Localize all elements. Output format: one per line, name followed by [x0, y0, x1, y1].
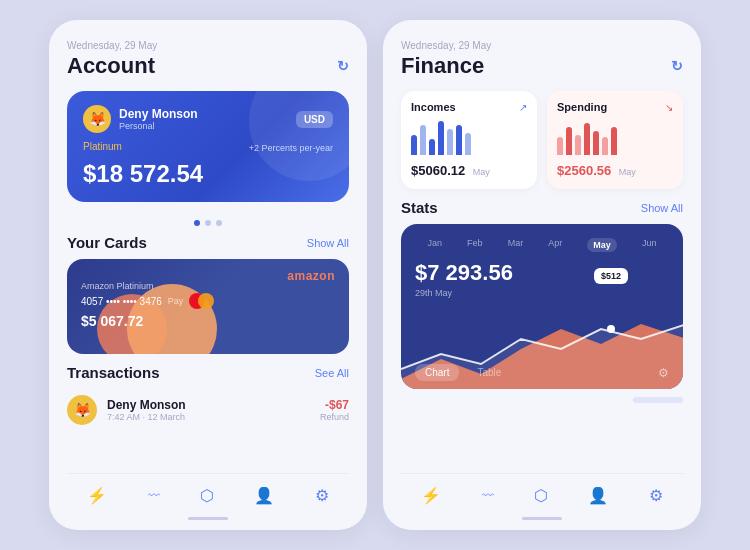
spend-bar-7	[611, 127, 617, 155]
dot-2	[205, 220, 211, 226]
spending-amount-row: $2560.56 May	[557, 161, 673, 179]
account-title: Account	[67, 53, 155, 79]
spend-bar-3	[575, 135, 581, 155]
nav-activity-icon[interactable]: 〰	[142, 487, 166, 505]
fnav-activity-icon[interactable]: 〰	[476, 487, 500, 505]
income-bar-6	[456, 125, 462, 155]
fnav-cube-icon[interactable]: ⬡	[528, 484, 554, 507]
cc-left: Amazon Platinium 4057 •••• •••• 3476 Pay…	[81, 269, 214, 329]
tx-info: Deny Monson 7:42 AM · 12 March	[107, 398, 310, 422]
card-user-left: 🦊 Deny Monson Personal	[83, 105, 198, 133]
card-user-type: Personal	[119, 121, 198, 131]
spend-bar-4	[584, 123, 590, 155]
card-balance: $18 572.54	[83, 160, 333, 188]
finance-cards-row: Incomes ↗ $5060.12 May	[401, 91, 683, 189]
incomes-title: Incomes	[411, 101, 456, 113]
income-bar-2	[420, 125, 426, 155]
mc-orange	[198, 293, 214, 309]
card-pagination-dots	[67, 220, 349, 226]
cc-number-row: 4057 •••• •••• 3476 Pay	[81, 293, 214, 309]
nav-lightning-icon[interactable]: ⚡	[81, 484, 113, 507]
svg-point-0	[607, 325, 615, 333]
incomes-header: Incomes ↗	[411, 101, 527, 113]
card-user-row: 🦊 Deny Monson Personal USD	[83, 105, 333, 133]
dot-1	[194, 220, 200, 226]
tx-amount: -$67	[320, 398, 349, 412]
stats-title: Stats	[401, 199, 438, 216]
spending-amount: $2560.56	[557, 163, 611, 178]
avatar: 🦊	[83, 105, 111, 133]
currency-badge: USD	[296, 111, 333, 128]
finance-title-row: Finance ↻	[401, 53, 683, 79]
account-date: Wednesday, 29 May	[67, 40, 349, 51]
spend-bar-5	[593, 131, 599, 155]
income-bar-3	[429, 139, 435, 155]
card-tier-row: Platinum +2 Percents per-year	[83, 141, 333, 154]
mastercard-icon	[189, 293, 214, 309]
incomes-month: May	[473, 167, 490, 177]
stats-tooltip: $512	[594, 268, 628, 284]
spend-bar-2	[566, 127, 572, 155]
stats-month-mar: Mar	[508, 238, 524, 252]
spending-bars	[557, 119, 673, 155]
cc-top-row: Amazon Platinium 4057 •••• •••• 3476 Pay…	[81, 269, 335, 329]
card-user-info: Deny Monson Personal	[119, 107, 198, 131]
nav-user-icon[interactable]: 👤	[248, 484, 280, 507]
spending-month: May	[619, 167, 636, 177]
stats-amount: $7 293.56	[415, 260, 669, 286]
account-nav-indicator	[188, 517, 228, 520]
stats-card: Jan Feb Mar Apr May Jun $7 293.56 29th M…	[401, 224, 683, 389]
apple-pay: Pay	[168, 296, 184, 306]
spend-bar-1	[557, 137, 563, 155]
stats-month-jan: Jan	[428, 238, 443, 252]
chart-tab-chart[interactable]: Chart	[415, 364, 459, 381]
card-tier: Platinum	[83, 141, 122, 152]
cc-name: Amazon Platinium	[81, 281, 214, 291]
finance-date: Wednesday, 29 May	[401, 40, 683, 51]
tx-name: Deny Monson	[107, 398, 310, 412]
spending-card: Spending ↘ $2560.56 May	[547, 91, 683, 189]
card-percent: +2 Percents per-year	[249, 143, 333, 153]
stats-month-may: May	[587, 238, 617, 252]
transactions-see-all[interactable]: See All	[315, 367, 349, 379]
account-bottom-nav: ⚡ 〰 ⬡ 👤 ⚙	[67, 473, 349, 511]
incomes-amount: $5060.12	[411, 163, 465, 178]
spend-bar-6	[602, 137, 608, 155]
tx-time: 7:42 AM	[107, 412, 140, 422]
cc-balance: $5 067.72	[81, 313, 214, 329]
stats-month-jun: Jun	[642, 238, 657, 252]
account-refresh-icon[interactable]: ↻	[337, 58, 349, 74]
income-bar-5	[447, 129, 453, 155]
incomes-bars	[411, 119, 527, 155]
nav-settings-icon[interactable]: ⚙	[309, 484, 335, 507]
stats-date: 29th May	[415, 288, 669, 298]
incomes-amount-row: $5060.12 May	[411, 161, 527, 179]
cc-brand: amazon	[287, 269, 335, 283]
incomes-card: Incomes ↗ $5060.12 May	[401, 91, 537, 189]
transaction-item: 🦊 Deny Monson 7:42 AM · 12 March -$67 Re…	[67, 389, 349, 431]
chart-gear-icon[interactable]: ⚙	[658, 366, 669, 380]
income-bar-1	[411, 135, 417, 155]
stats-header: Stats Show All	[401, 199, 683, 216]
nav-cube-icon[interactable]: ⬡	[194, 484, 220, 507]
income-bar-4	[438, 121, 444, 155]
fnav-lightning-icon[interactable]: ⚡	[415, 484, 447, 507]
cc-number: 4057 •••• •••• 3476	[81, 296, 162, 307]
tx-meta: 7:42 AM · 12 March	[107, 412, 310, 422]
stats-show-all[interactable]: Show All	[641, 202, 683, 214]
credit-card: Amazon Platinium 4057 •••• •••• 3476 Pay…	[67, 259, 349, 354]
account-title-row: Account ↻	[67, 53, 349, 79]
finance-bottom-nav: ⚡ 〰 ⬡ 👤 ⚙	[401, 473, 683, 511]
spending-header: Spending ↘	[557, 101, 673, 113]
fnav-user-icon[interactable]: 👤	[582, 484, 614, 507]
stats-month-feb: Feb	[467, 238, 483, 252]
finance-nav-indicator	[522, 517, 562, 520]
your-cards-show-all[interactable]: Show All	[307, 237, 349, 249]
transactions-header: Transactions See All	[67, 364, 349, 381]
chart-tab-table[interactable]: Table	[467, 364, 511, 381]
incomes-trend-icon: ↗	[519, 102, 527, 113]
chart-footer: Chart Table ⚙	[415, 364, 669, 381]
finance-refresh-icon[interactable]: ↻	[671, 58, 683, 74]
finance-panel: Wednesday, 29 May Finance ↻ Incomes ↗	[383, 20, 701, 530]
fnav-settings-icon[interactable]: ⚙	[643, 484, 669, 507]
